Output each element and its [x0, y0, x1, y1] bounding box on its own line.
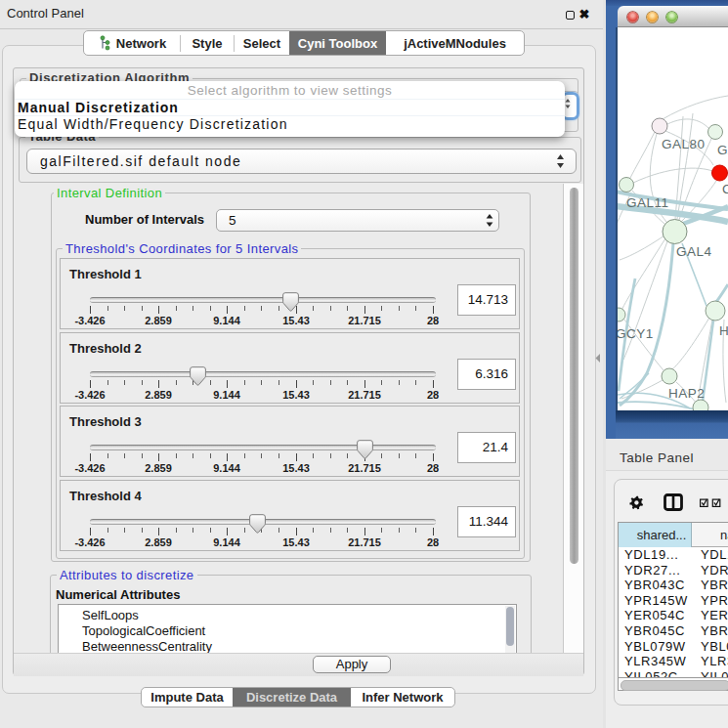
svg-text:HAP2: HAP2 — [668, 386, 705, 401]
svg-text:CY: CY — [722, 182, 728, 196]
svg-text:H: H — [719, 323, 728, 338]
svg-text:GAL11: GAL11 — [626, 195, 669, 210]
svg-text:GAL4: GAL4 — [676, 244, 712, 259]
svg-text:GCY1: GCY1 — [618, 326, 654, 341]
svg-text:GA: GA — [717, 143, 728, 157]
svg-text:GAL80: GAL80 — [662, 137, 706, 151]
